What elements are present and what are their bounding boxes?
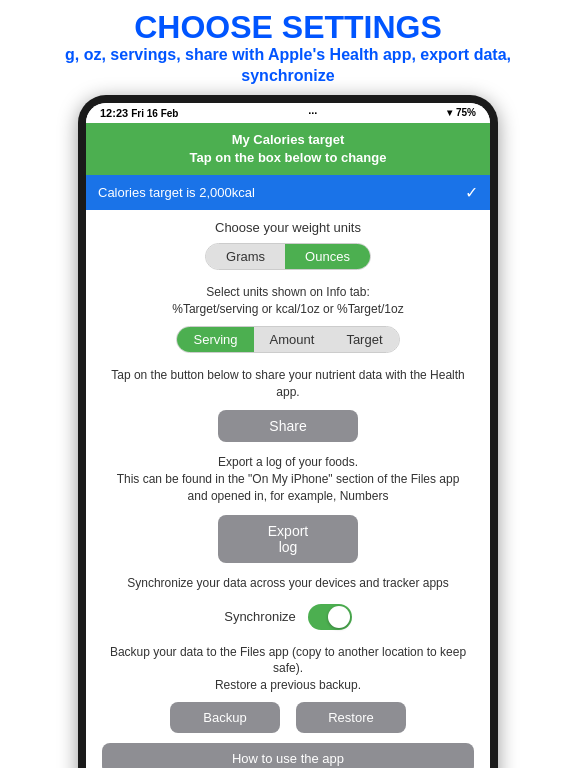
backup-section-text: Backup your data to the Files app (copy … xyxy=(86,638,490,698)
status-date: Fri 16 Feb xyxy=(131,108,178,119)
device-frame: 12:23 Fri 16 Feb ··· ▾ 75% My Calories t… xyxy=(78,95,498,768)
how-to-use-banner[interactable]: How to use the app xyxy=(102,743,474,768)
sync-label: Synchronize xyxy=(224,609,296,624)
weight-units-label: Choose your weight units xyxy=(102,220,474,235)
weight-units-section: Choose your weight units Grams Ounces xyxy=(86,210,490,276)
serving-button[interactable]: Serving xyxy=(177,327,253,352)
calories-header-line1: My Calories target xyxy=(96,131,480,149)
backup-button[interactable]: Backup xyxy=(170,702,280,733)
status-bar: 12:23 Fri 16 Feb ··· ▾ 75% xyxy=(86,103,490,123)
amount-button[interactable]: Amount xyxy=(254,327,331,352)
banner-subtitle: g, oz, servings, share with Apple's Heal… xyxy=(20,45,556,87)
info-units-section: Select units shown on Info tab: %Target/… xyxy=(86,276,490,322)
ounces-button[interactable]: Ounces xyxy=(285,244,370,269)
battery-indicator: 75% xyxy=(456,107,476,118)
target-button[interactable]: Target xyxy=(330,327,398,352)
calories-target-row[interactable]: Calories target is 2,000kcal ✓ xyxy=(86,175,490,210)
sync-row: Synchronize xyxy=(86,596,490,638)
weight-units-toggle: Grams Ounces xyxy=(205,243,371,270)
wifi-icon: ▾ xyxy=(447,107,452,118)
banner-title: CHOOSE SETTINGS xyxy=(20,10,556,45)
grams-button[interactable]: Grams xyxy=(206,244,285,269)
calories-target-checkmark: ✓ xyxy=(465,183,478,202)
top-banner: CHOOSE SETTINGS g, oz, servings, share w… xyxy=(0,0,576,95)
sync-section-text: Synchronize your data across your device… xyxy=(86,569,490,596)
info-units-label: Select units shown on Info tab: xyxy=(106,284,470,301)
export-section-text: Export a log of your foods. This can be … xyxy=(86,448,490,508)
calories-target-label: Calories target is 2,000kcal xyxy=(98,185,255,200)
share-button[interactable]: Share xyxy=(218,410,358,442)
status-time: 12:23 xyxy=(100,107,128,119)
info-units-detail: %Target/serving or kcal/1oz or %Target/1… xyxy=(106,301,470,318)
calories-header[interactable]: My Calories target Tap on the box below … xyxy=(86,123,490,175)
sync-toggle[interactable] xyxy=(308,604,352,630)
calories-header-line2: Tap on the box below to change xyxy=(96,149,480,167)
export-log-button[interactable]: Export log xyxy=(218,515,358,563)
restore-button[interactable]: Restore xyxy=(296,702,406,733)
settings-content: My Calories target Tap on the box below … xyxy=(86,123,490,768)
device-screen: 12:23 Fri 16 Feb ··· ▾ 75% My Calories t… xyxy=(86,103,490,768)
share-section-text: Tap on the button below to share your nu… xyxy=(86,361,490,405)
serving-toggle: Serving Amount Target xyxy=(176,326,399,353)
backup-restore-row: Backup Restore xyxy=(86,698,490,737)
